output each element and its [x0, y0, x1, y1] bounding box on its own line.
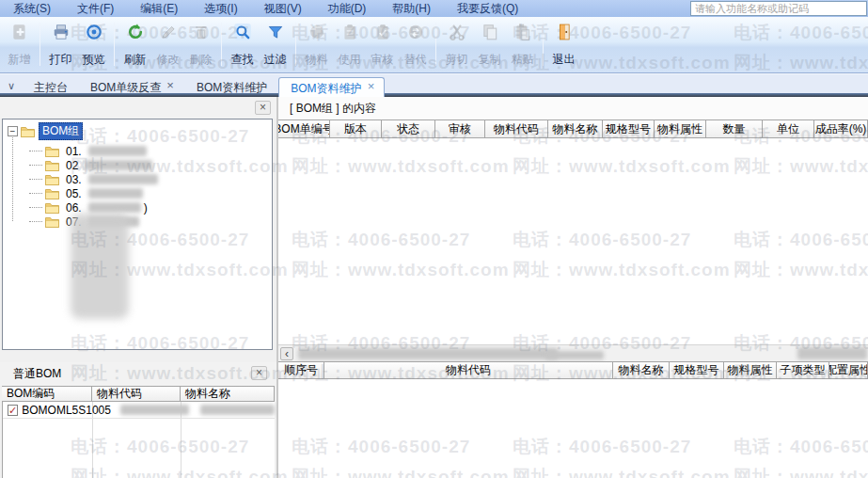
- table-row[interactable]: ✓ BOMOML5S1005: [3, 402, 275, 419]
- exit-button[interactable]: 退出: [547, 21, 580, 68]
- function-search-input[interactable]: [690, 1, 867, 16]
- tab-label: BOM资料维护: [291, 81, 361, 97]
- trash-icon: [192, 23, 211, 41]
- modify-button[interactable]: 修改: [151, 21, 184, 68]
- redacted-text: [85, 160, 152, 170]
- column-header-spec-model[interactable]: 规格型号: [670, 361, 724, 379]
- column-header-material-code[interactable]: 物料代码: [485, 120, 548, 138]
- normal-bom-table-body: ✓ BOMOML5S1005: [2, 402, 275, 478]
- document-tab-bar: ∨ 主控台 BOM单级反查 × BOM资料维护 BOM资料维护 ×: [0, 73, 868, 97]
- tree-root-label[interactable]: BOM组: [39, 122, 83, 140]
- tab-close-icon[interactable]: ×: [368, 81, 375, 92]
- filter-icon: [266, 23, 285, 41]
- preview-icon: [85, 23, 103, 41]
- column-header-material-code[interactable]: 物料代码: [92, 386, 181, 402]
- usage-icon: [340, 23, 359, 41]
- menu-edit[interactable]: 编辑(E): [127, 0, 191, 18]
- menu-view[interactable]: 视图(V): [251, 0, 315, 18]
- tree-node-label: 05.: [63, 187, 85, 200]
- menu-file[interactable]: 文件(F): [64, 0, 127, 18]
- menu-system[interactable]: 系统(S): [0, 0, 64, 18]
- tree-stub: [29, 151, 42, 151]
- column-header-config-attr[interactable]: 配置属性: [829, 361, 868, 379]
- tab-label: BOM单级反查: [90, 80, 161, 96]
- column-header-version[interactable]: 版本: [330, 120, 382, 138]
- row-checkbox[interactable]: ✓: [8, 405, 18, 416]
- menu-function[interactable]: 功能(D): [315, 0, 380, 18]
- bom-list-table-body: [278, 138, 868, 344]
- tab-bom-reverse-lookup[interactable]: BOM单级反查 ×: [79, 77, 183, 97]
- tree-node-01[interactable]: 01.: [3, 144, 147, 158]
- substitute-button[interactable]: 替代: [399, 21, 432, 68]
- scroll-left-icon[interactable]: ‹: [280, 347, 293, 360]
- folder-icon: [44, 215, 60, 228]
- bom-code-cell: BOMOML5S1005: [22, 404, 111, 417]
- tree-stub: [29, 165, 42, 166]
- redacted-blob: [71, 214, 129, 319]
- tree-node-06[interactable]: 06. ): [3, 200, 150, 215]
- column-header-yield-rate[interactable]: 成品率(%): [814, 120, 868, 138]
- preview-button[interactable]: 预览: [77, 21, 110, 68]
- column-header-status[interactable]: 状态: [382, 120, 435, 138]
- filter-button[interactable]: 过滤: [259, 21, 292, 68]
- exit-door-icon: [555, 23, 574, 41]
- bom-detail-table-body: [278, 379, 868, 478]
- column-header-subitem-type[interactable]: 子项类型: [777, 361, 829, 379]
- column-header-bom-no[interactable]: BOM单编号: [278, 120, 330, 138]
- audit-button[interactable]: 审核: [366, 21, 399, 68]
- horizontal-scrollbar[interactable]: ‹: [278, 344, 868, 361]
- column-header-bom-code[interactable]: BOM编码: [2, 386, 92, 402]
- material-button[interactable]: 物料: [300, 21, 333, 68]
- column-header-sequence-no[interactable]: 顺序号: [278, 361, 324, 379]
- column-header-material-name[interactable]: 物料名称: [548, 120, 603, 138]
- material-icon: [308, 23, 326, 41]
- normal-bom-panel-header: 普通BOM ×: [0, 362, 276, 386]
- tab-close-icon[interactable]: ×: [166, 80, 174, 91]
- folder-icon: [44, 187, 60, 199]
- column-header-material-code[interactable]: 物料代码: [324, 361, 613, 379]
- paste-button[interactable]: 粘贴: [506, 21, 539, 68]
- column-header-audit[interactable]: 审核: [435, 120, 485, 138]
- column-header-unit[interactable]: 单位: [763, 120, 814, 138]
- usage-button[interactable]: 使用: [333, 21, 366, 68]
- menu-options[interactable]: 选项(I): [191, 0, 250, 18]
- toolbar-separator: [114, 23, 115, 66]
- redacted-cell: [200, 405, 275, 415]
- bom-detail-table-header: 顺序号 物料代码 物料名称 规格型号 物料属性 子项类型 配置属性: [278, 361, 868, 379]
- chevron-down-icon[interactable]: ∨: [0, 80, 23, 97]
- column-header-quantity[interactable]: 数量: [706, 120, 763, 138]
- paste-icon: [513, 23, 532, 41]
- bom-content-title-text: [ BOM组 ] 的内容: [290, 101, 376, 117]
- column-header-material-name[interactable]: 物料名称: [181, 386, 275, 402]
- menu-feedback[interactable]: 我要反馈(Q): [444, 0, 531, 18]
- close-icon[interactable]: ×: [255, 101, 271, 115]
- close-icon[interactable]: ×: [251, 366, 267, 380]
- column-header-material-name[interactable]: 物料名称: [613, 361, 670, 379]
- tree-node-03[interactable]: 03.: [3, 172, 158, 186]
- delete-button[interactable]: 删除: [184, 21, 217, 68]
- tree-node-label: 03.: [63, 173, 85, 186]
- tab-bom-maintenance-2-active[interactable]: BOM资料维护 ×: [278, 77, 385, 97]
- redacted-blob: [298, 348, 558, 359]
- add-button[interactable]: 新增: [3, 21, 36, 68]
- cut-button[interactable]: 剪切: [440, 21, 473, 68]
- tree-node-02[interactable]: 02: [3, 158, 152, 172]
- copy-button[interactable]: 复制: [473, 21, 506, 68]
- column-header-material-attr[interactable]: 物料属性: [724, 361, 777, 379]
- tab-main-console[interactable]: 主控台: [23, 77, 77, 97]
- tree-node-05[interactable]: 05.: [3, 186, 143, 200]
- tree-collapse-icon[interactable]: −: [8, 126, 18, 136]
- folder-icon: [44, 145, 60, 157]
- tab-bom-maintenance-1[interactable]: BOM资料维护: [185, 77, 276, 97]
- refresh-button[interactable]: 刷新: [118, 21, 151, 68]
- redacted-blob: [797, 347, 867, 359]
- find-button[interactable]: 查找: [226, 21, 259, 68]
- menu-help[interactable]: 帮助(H): [379, 0, 444, 18]
- tree-root-node[interactable]: − BOM组: [3, 124, 83, 138]
- print-button[interactable]: 打印: [44, 21, 77, 68]
- redacted-text: [88, 188, 143, 199]
- folder-icon: [44, 159, 60, 171]
- column-header-material-attr[interactable]: 物料属性: [655, 120, 706, 138]
- toolbar: 新增 打印 预览 刷新 修改 删除 查找 过滤: [0, 17, 868, 73]
- column-header-spec-model[interactable]: 规格型号: [603, 120, 655, 138]
